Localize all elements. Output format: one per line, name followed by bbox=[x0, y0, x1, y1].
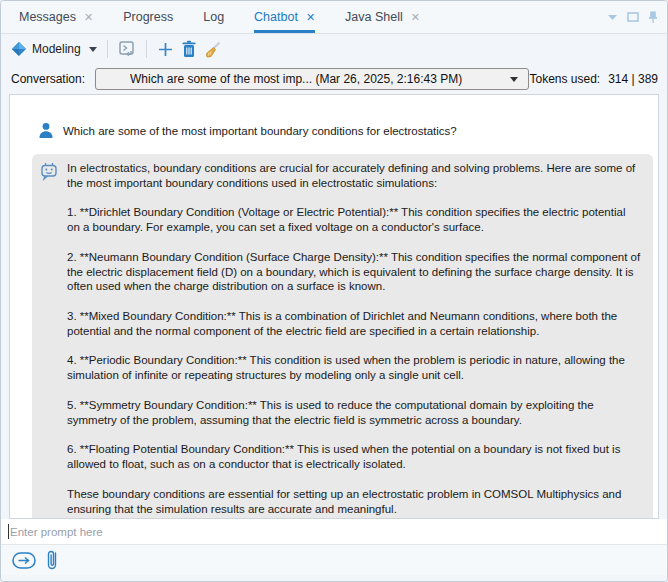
panel-window-controls bbox=[607, 1, 667, 33]
prompt-placeholder: Enter prompt here bbox=[10, 526, 103, 538]
pin-panel-icon[interactable] bbox=[648, 11, 658, 23]
tab-label: Chatbot bbox=[254, 10, 298, 24]
new-conversation-button[interactable] bbox=[157, 41, 174, 58]
tokens-used-label: Tokens used: bbox=[529, 72, 600, 86]
close-icon[interactable]: ✕ bbox=[411, 11, 420, 23]
modeling-diamond-icon bbox=[11, 41, 27, 57]
chatbot-toolbar: Modeling bbox=[1, 34, 667, 64]
modeling-mode-button[interactable]: Modeling bbox=[11, 41, 97, 57]
tab-label: Log bbox=[203, 10, 224, 24]
user-message-text: Which are some of the most important bou… bbox=[63, 122, 457, 139]
tab-java-shell[interactable]: Java Shell ✕ bbox=[345, 1, 420, 33]
delete-conversation-button[interactable] bbox=[181, 40, 197, 58]
send-button[interactable] bbox=[12, 552, 36, 569]
composer-actions bbox=[1, 545, 667, 575]
chat-transcript[interactable]: Which are some of the most important bou… bbox=[9, 94, 659, 519]
chatbot-panel-window: Messages ✕ Progress Log Chatbot ✕ Java S… bbox=[0, 0, 668, 582]
close-icon[interactable]: ✕ bbox=[306, 11, 315, 23]
minimize-panel-icon[interactable] bbox=[607, 14, 618, 21]
bot-paragraph: 4. **Periodic Boundary Condition:** This… bbox=[67, 353, 641, 382]
bot-paragraph: 5. **Symmetry Boundary Condition:** This… bbox=[67, 398, 641, 427]
prompt-input[interactable]: Enter prompt here bbox=[1, 519, 667, 545]
chevron-down-icon bbox=[510, 77, 518, 82]
tokens-used-value: 314 | 389 bbox=[608, 72, 658, 86]
bot-paragraph: These boundary conditions are essential … bbox=[67, 487, 641, 516]
panel-tab-bar: Messages ✕ Progress Log Chatbot ✕ Java S… bbox=[1, 1, 667, 34]
attach-file-button[interactable] bbox=[46, 548, 58, 572]
clear-conversation-button[interactable] bbox=[204, 40, 222, 58]
user-message-row: Which are some of the most important bou… bbox=[10, 95, 658, 139]
close-icon[interactable]: ✕ bbox=[84, 11, 93, 23]
bot-paragraph: 6. **Floating Potential Boundary Conditi… bbox=[67, 442, 641, 471]
tab-progress[interactable]: Progress bbox=[123, 1, 173, 33]
chatbot-avatar-icon bbox=[39, 161, 59, 181]
tokens-used: Tokens used: 314 | 389 bbox=[529, 72, 658, 86]
conversation-select[interactable]: Which are some of the most imp... (Mar 2… bbox=[95, 68, 529, 90]
new-conversation-icon bbox=[157, 41, 174, 58]
toolbar-separator bbox=[146, 40, 147, 58]
maximize-panel-icon[interactable] bbox=[627, 12, 639, 22]
bot-paragraph: 2. **Neumann Boundary Condition (Surface… bbox=[67, 250, 641, 294]
tab-label: Messages bbox=[19, 10, 76, 24]
insert-code-button[interactable] bbox=[118, 40, 136, 58]
conversation-row: Conversation: Which are some of the most… bbox=[1, 64, 667, 94]
conversation-label: Conversation: bbox=[11, 72, 85, 86]
insert-code-icon bbox=[118, 40, 136, 58]
tab-label: Progress bbox=[123, 10, 173, 24]
bottom-margin bbox=[1, 575, 667, 581]
delete-conversation-icon bbox=[181, 40, 197, 58]
conversation-selected-value: Which are some of the most imp... (Mar 2… bbox=[130, 72, 510, 86]
bot-paragraph: 1. **Dirichlet Boundary Condition (Volta… bbox=[67, 205, 641, 234]
bot-paragraph: 3. **Mixed Boundary Condition:** This is… bbox=[67, 309, 641, 338]
clear-conversation-icon bbox=[204, 40, 222, 58]
modeling-mode-label: Modeling bbox=[32, 42, 81, 56]
tab-messages[interactable]: Messages ✕ bbox=[19, 1, 93, 33]
bot-paragraph: In electrostatics, boundary conditions a… bbox=[67, 161, 641, 190]
bot-message-text: In electrostatics, boundary conditions a… bbox=[67, 161, 641, 516]
tab-label: Java Shell bbox=[345, 10, 403, 24]
tab-chatbot[interactable]: Chatbot ✕ bbox=[254, 1, 315, 33]
chevron-down-icon bbox=[89, 47, 97, 52]
tab-log[interactable]: Log bbox=[203, 1, 224, 33]
toolbar-separator bbox=[107, 40, 108, 58]
text-caret bbox=[8, 524, 9, 539]
user-avatar-icon bbox=[38, 122, 54, 139]
bot-message-bubble: In electrostatics, boundary conditions a… bbox=[32, 154, 653, 519]
